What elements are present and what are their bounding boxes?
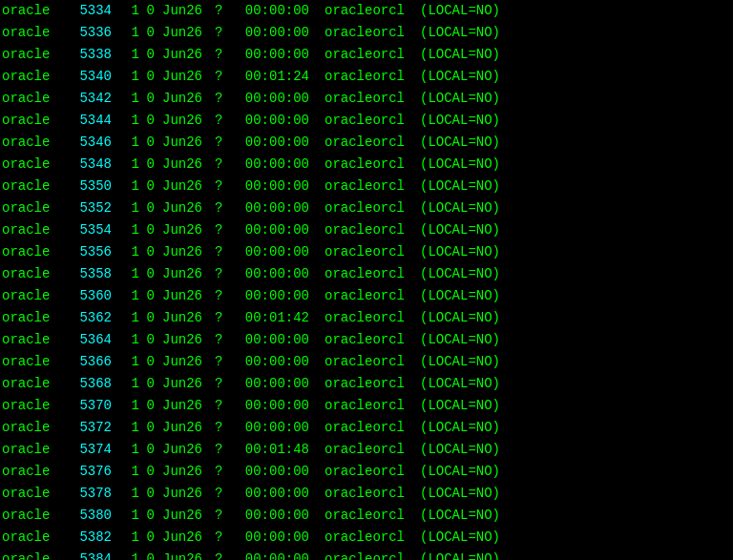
table-row: oracle 5370 1 0 Jun26 ? 00:00:00 oracleo…: [0, 395, 733, 417]
process-pid: 5342: [67, 89, 119, 109]
process-tty: ?: [215, 308, 239, 328]
process-time: 00:00:00: [239, 396, 325, 416]
table-row: oracle 5344 1 0 Jun26 ? 00:00:00 oracleo…: [0, 110, 733, 132]
process-start: Jun26: [162, 286, 215, 306]
process-extra: (LOCAL=NO): [420, 352, 733, 372]
process-start: Jun26: [162, 462, 215, 482]
process-extra: (LOCAL=NO): [420, 23, 733, 43]
process-cmd: oracleorcl: [325, 506, 420, 526]
table-row: oracle 5374 1 0 Jun26 ? 00:01:48 oracleo…: [0, 439, 733, 461]
process-tty: ?: [215, 374, 239, 394]
process-user: oracle: [0, 264, 67, 284]
process-cpu: 1: [119, 352, 143, 372]
table-row: oracle 5352 1 0 Jun26 ? 00:00:00 oracleo…: [0, 197, 733, 219]
process-pid: 5372: [67, 418, 119, 438]
process-cmd: oracleorcl: [325, 330, 420, 350]
process-start: Jun26: [162, 264, 215, 284]
process-start: Jun26: [162, 484, 215, 504]
process-extra: (LOCAL=NO): [420, 176, 733, 197]
process-extra: (LOCAL=NO): [420, 45, 733, 65]
process-start: Jun26: [162, 89, 215, 109]
table-row: oracle 5378 1 0 Jun26 ? 00:00:00 oracleo…: [0, 483, 733, 505]
process-cpu: 1: [119, 374, 143, 394]
process-time: 00:00:00: [239, 264, 325, 284]
process-start: Jun26: [162, 418, 215, 438]
process-tty: ?: [215, 155, 239, 175]
process-cpu: 1: [119, 506, 143, 526]
table-row: oracle 5338 1 0 Jun26 ? 00:00:00 oracleo…: [0, 44, 733, 66]
process-time: 00:00:00: [239, 133, 325, 153]
table-row: oracle 5384 1 0 Jun26 ? 00:00:00 oracleo…: [0, 549, 733, 560]
process-mem: 0: [143, 198, 162, 218]
process-cmd: oracleorcl: [325, 286, 420, 306]
process-start: Jun26: [162, 220, 215, 240]
process-tty: ?: [215, 176, 239, 197]
process-mem: 0: [143, 418, 162, 438]
table-row: oracle 5356 1 0 Jun26 ? 00:00:00 oracleo…: [0, 241, 733, 263]
process-pid: 5362: [67, 308, 119, 328]
process-cpu: 1: [119, 308, 143, 328]
process-cpu: 1: [119, 111, 143, 131]
process-extra: (LOCAL=NO): [420, 111, 733, 131]
process-time: 00:01:42: [239, 308, 325, 328]
process-extra: (LOCAL=NO): [420, 1, 733, 21]
process-time: 00:00:00: [239, 528, 325, 548]
process-cmd: oracleorcl: [325, 462, 420, 482]
process-cmd: oracleorcl: [325, 418, 420, 438]
process-mem: 0: [143, 374, 162, 394]
process-start: Jun26: [162, 198, 215, 218]
process-cpu: 1: [119, 242, 143, 262]
process-tty: ?: [215, 352, 239, 372]
process-time: 00:00:00: [239, 198, 325, 218]
process-user: oracle: [0, 506, 67, 526]
process-user: oracle: [0, 330, 67, 350]
process-cmd: oracleorcl: [325, 89, 420, 109]
process-start: Jun26: [162, 1, 215, 21]
table-row: oracle 5340 1 0 Jun26 ? 00:01:24 oracleo…: [0, 66, 733, 88]
process-start: Jun26: [162, 550, 215, 560]
process-start: Jun26: [162, 528, 215, 548]
process-tty: ?: [215, 286, 239, 306]
process-user: oracle: [0, 462, 67, 482]
process-tty: ?: [215, 1, 239, 21]
process-start: Jun26: [162, 67, 215, 87]
process-start: Jun26: [162, 396, 215, 416]
process-pid: 5334: [67, 1, 119, 21]
table-row: oracle 5346 1 0 Jun26 ? 00:00:00 oracleo…: [0, 132, 733, 154]
process-mem: 0: [143, 440, 162, 460]
process-cmd: oracleorcl: [325, 352, 420, 372]
process-cpu: 1: [119, 528, 143, 548]
process-pid: 5358: [67, 264, 119, 284]
process-tty: ?: [215, 396, 239, 416]
process-mem: 0: [143, 133, 162, 153]
process-extra: (LOCAL=NO): [420, 286, 733, 306]
process-time: 00:00:00: [239, 484, 325, 504]
process-cmd: oracleorcl: [325, 155, 420, 175]
process-pid: 5366: [67, 352, 119, 372]
process-tty: ?: [215, 528, 239, 548]
process-mem: 0: [143, 528, 162, 548]
process-time: 00:00:00: [239, 286, 325, 306]
process-time: 00:00:00: [239, 330, 325, 350]
process-pid: 5338: [67, 45, 119, 65]
process-tty: ?: [215, 550, 239, 560]
process-time: 00:00:00: [239, 418, 325, 438]
process-start: Jun26: [162, 111, 215, 131]
table-row: oracle 5362 1 0 Jun26 ? 00:01:42 oracleo…: [0, 307, 733, 329]
process-user: oracle: [0, 23, 67, 43]
table-row: oracle 5354 1 0 Jun26 ? 00:00:00 oracleo…: [0, 219, 733, 241]
process-cpu: 1: [119, 550, 143, 560]
process-user: oracle: [0, 440, 67, 460]
table-row: oracle 5376 1 0 Jun26 ? 00:00:00 oracleo…: [0, 461, 733, 483]
process-cpu: 1: [119, 462, 143, 482]
process-mem: 0: [143, 45, 162, 65]
process-user: oracle: [0, 67, 67, 87]
process-pid: 5378: [67, 484, 119, 504]
process-extra: (LOCAL=NO): [420, 133, 733, 153]
process-time: 00:00:00: [239, 176, 325, 197]
process-time: 00:00:00: [239, 374, 325, 394]
process-mem: 0: [143, 462, 162, 482]
process-user: oracle: [0, 89, 67, 109]
process-time: 00:00:00: [239, 506, 325, 526]
table-row: oracle 5380 1 0 Jun26 ? 00:00:00 oracleo…: [0, 505, 733, 527]
